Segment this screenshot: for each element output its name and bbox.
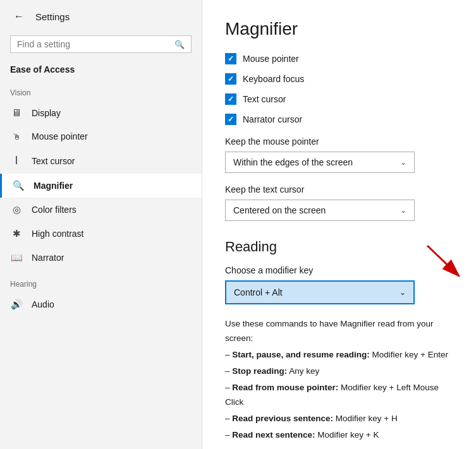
mouse-pointer-icon: 🖱 — [10, 132, 23, 141]
instruction-4-bold: Read previous sentence: — [232, 414, 333, 423]
instruction-5-bold: Read next sentence: — [232, 430, 315, 440]
ease-of-access-label: Ease of Access — [0, 61, 202, 83]
narrator-cursor-checkbox-label: Narrator cursor — [243, 114, 302, 124]
mouse-pointer-dropdown-value: Within the edges of the screen — [233, 157, 353, 167]
audio-icon: 🔊 — [10, 299, 23, 310]
instruction-2-bold: Stop reading: — [232, 366, 287, 376]
sidebar-item-color-filters[interactable]: ◎ Color filters — [0, 198, 202, 222]
search-icon: 🔍 — [174, 40, 185, 49]
mouse-pointer-setting-label: Keep the mouse pointer — [225, 136, 453, 147]
instruction-1-rest: Modifier key + Enter — [370, 350, 448, 359]
sidebar-item-narrator-label: Narrator — [32, 253, 64, 263]
narrator-cursor-checkbox-row: Narrator cursor — [225, 114, 453, 125]
instruction-3: – Read from mouse pointer: Modifier key … — [225, 381, 453, 410]
high-contrast-icon: ✱ — [10, 228, 23, 239]
sidebar-item-text-cursor[interactable]: I Text cursor — [0, 148, 202, 174]
vision-section-label: Vision — [0, 83, 202, 101]
text-cursor-checkbox-label: Text cursor — [243, 94, 286, 104]
color-filters-icon: ◎ — [10, 204, 23, 215]
reading-section-title: Reading — [225, 239, 453, 255]
back-button[interactable]: ← — [10, 8, 28, 25]
narrator-icon: 📖 — [10, 252, 23, 263]
instruction-5-rest: Modifier key + K — [315, 430, 379, 440]
reading-instructions: Use these commands to have Magnifier rea… — [225, 317, 453, 443]
display-icon: 🖥 — [10, 107, 23, 119]
search-box[interactable]: 🔍 — [10, 35, 192, 53]
mouse-pointer-dropdown-chevron: ⌄ — [400, 158, 406, 167]
magnifier-icon: 🔍 — [12, 180, 25, 191]
instruction-2-rest: Any key — [287, 366, 319, 376]
sidebar-item-magnifier[interactable]: 🔍 Magnifier — [0, 174, 202, 198]
mouse-pointer-checkbox-row: Mouse pointer — [225, 53, 453, 64]
main-content: Magnifier Mouse pointer Keyboard focus T… — [202, 0, 476, 449]
modifier-key-dropdown-wrapper: Control + Alt ⌄ — [225, 280, 415, 304]
sidebar-item-magnifier-label: Magnifier — [34, 181, 73, 191]
modifier-key-dropdown-value: Control + Alt — [234, 287, 283, 297]
keyboard-focus-checkbox[interactable] — [225, 73, 236, 85]
modifier-key-label: Choose a modifier key — [225, 265, 453, 275]
text-cursor-dropdown-value: Centered on the screen — [233, 205, 326, 215]
keyboard-focus-checkbox-row: Keyboard focus — [225, 73, 453, 85]
sidebar-item-high-contrast-label: High contrast — [32, 229, 83, 239]
sidebar-item-display-label: Display — [32, 108, 61, 118]
sidebar-item-mouse-pointer[interactable]: 🖱 Mouse pointer — [0, 125, 202, 148]
instruction-4: – Read previous sentence: Modifier key +… — [225, 412, 453, 426]
sidebar-item-display[interactable]: 🖥 Display — [0, 101, 202, 125]
instruction-5: – Read next sentence: Modifier key + K — [225, 428, 453, 443]
mouse-pointer-checkbox-label: Mouse pointer — [243, 54, 299, 64]
instruction-2: – Stop reading: Any key — [225, 364, 453, 379]
sidebar-item-color-filters-label: Color filters — [32, 205, 76, 215]
mouse-pointer-checkbox[interactable] — [225, 53, 236, 64]
sidebar: ← Settings 🔍 Ease of Access Vision 🖥 Dis… — [0, 0, 202, 449]
hearing-section-label: Hearing — [0, 270, 202, 292]
sidebar-item-audio[interactable]: 🔊 Audio — [0, 292, 202, 316]
narrator-cursor-checkbox[interactable] — [225, 114, 236, 125]
instruction-3-bold: Read from mouse pointer: — [232, 383, 338, 392]
instruction-1: – Start, pause, and resume reading: Modi… — [225, 348, 453, 362]
modifier-key-dropdown[interactable]: Control + Alt ⌄ — [225, 280, 415, 304]
sidebar-item-narrator[interactable]: 📖 Narrator — [0, 246, 202, 270]
page-title: Magnifier — [225, 19, 453, 39]
sidebar-title: Settings — [35, 11, 70, 22]
text-cursor-setting-label: Keep the text cursor — [225, 184, 453, 195]
sidebar-item-audio-label: Audio — [32, 299, 54, 309]
text-cursor-dropdown-chevron: ⌄ — [400, 206, 406, 215]
sidebar-header: ← Settings — [0, 0, 202, 33]
instruction-1-bold: Start, pause, and resume reading: — [232, 350, 370, 359]
text-cursor-checkbox[interactable] — [225, 93, 236, 105]
keyboard-focus-checkbox-label: Keyboard focus — [243, 74, 304, 84]
sidebar-item-high-contrast[interactable]: ✱ High contrast — [0, 222, 202, 246]
instruction-4-rest: Modifier key + H — [333, 414, 398, 423]
text-cursor-dropdown[interactable]: Centered on the screen ⌄ — [225, 200, 415, 221]
search-input[interactable] — [17, 39, 169, 49]
text-cursor-checkbox-row: Text cursor — [225, 93, 453, 105]
mouse-pointer-dropdown[interactable]: Within the edges of the screen ⌄ — [225, 152, 415, 173]
sidebar-item-text-cursor-label: Text cursor — [32, 156, 75, 166]
instructions-header: Use these commands to have Magnifier rea… — [225, 317, 453, 346]
sidebar-item-mouse-pointer-label: Mouse pointer — [32, 131, 88, 141]
modifier-key-dropdown-chevron: ⌄ — [400, 288, 406, 297]
text-cursor-icon: I — [10, 154, 23, 167]
